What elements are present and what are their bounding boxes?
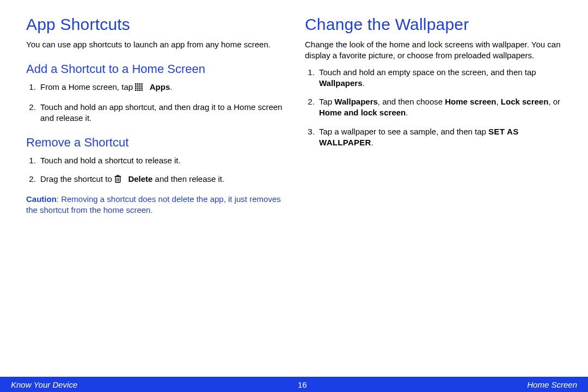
page-footer: Know Your Device 16 Home Screen [0, 377, 588, 392]
svg-rect-1 [137, 83, 139, 85]
wallpaper-step-3: Tap a wallpaper to see a sample, and the… [317, 126, 562, 149]
wallpapers-label-2: Wallpapers [334, 97, 377, 106]
caution-label: Caution [26, 194, 57, 204]
add-step-1-text-c: . [170, 82, 172, 91]
wallpaper-step-1-text-a: Touch and hold an empty space on the scr… [319, 68, 536, 77]
w2i: . [406, 108, 408, 117]
svg-rect-7 [142, 85, 143, 87]
svg-rect-2 [139, 83, 141, 85]
apps-label: Apps [150, 82, 170, 91]
svg-rect-4 [135, 85, 137, 87]
w2c: , and then choose [378, 97, 445, 106]
w2e: , [496, 97, 500, 106]
wallpaper-step-1-text-c: . [362, 78, 364, 88]
remove-step-2-text-c: and then release it. [152, 174, 224, 183]
footer-page-number: 16 [298, 380, 307, 389]
add-step-1-text-a: From a Home screen, tap [40, 82, 135, 91]
two-column-layout: App Shortcuts You can use app shortcuts … [26, 15, 562, 216]
add-step-2: Touch and hold an app shortcut, and then… [38, 102, 283, 124]
remove-step-2-text-a: Drag the shortcut to [40, 174, 114, 183]
svg-rect-16 [115, 177, 120, 183]
svg-rect-9 [137, 88, 139, 89]
wallpapers-label-1: Wallpapers [319, 78, 362, 88]
w3a: Tap a wallpaper to see a sample, and the… [319, 127, 488, 136]
svg-rect-15 [142, 90, 143, 91]
wallpaper-step-1: Touch and hold an empty space on the scr… [317, 67, 562, 89]
delete-label: Delete [128, 174, 152, 183]
w2g: , or [548, 97, 560, 106]
remove-shortcut-steps: Touch and hold a shortcut to release it.… [26, 155, 283, 186]
remove-step-1: Touch and hold a shortcut to release it. [38, 155, 283, 166]
w3c: . [371, 138, 373, 147]
heading-app-shortcuts: App Shortcuts [26, 15, 283, 34]
intro-app-shortcuts: You can use app shortcuts to launch an a… [26, 39, 283, 50]
heading-remove-shortcut: Remove a Shortcut [26, 136, 283, 150]
trash-icon [114, 175, 121, 186]
wallpaper-step-2: Tap Wallpapers, and then choose Home scr… [317, 96, 562, 119]
footer-right: Home Screen [527, 380, 577, 389]
home-and-lock-option: Home and lock screen [319, 108, 406, 117]
svg-rect-0 [135, 83, 137, 85]
svg-rect-6 [139, 85, 141, 87]
page-root: App Shortcuts You can use app shortcuts … [0, 0, 588, 392]
heading-add-shortcut: Add a Shortcut to a Home Screen [26, 62, 283, 76]
svg-rect-11 [142, 88, 143, 89]
caution-note: Caution: Removing a shortcut does not de… [26, 194, 283, 216]
heading-change-wallpaper: Change the Wallpaper [305, 15, 562, 34]
add-step-1: From a Home screen, tap Apps. [38, 82, 283, 94]
caution-text: : Removing a shortcut does not delete th… [26, 194, 281, 215]
svg-rect-8 [135, 88, 137, 89]
left-column: App Shortcuts You can use app shortcuts … [26, 15, 283, 216]
svg-rect-10 [139, 88, 141, 89]
add-shortcut-steps: From a Home screen, tap Apps. [26, 82, 283, 124]
remove-step-2: Drag the shortcut to [38, 174, 283, 186]
right-column: Change the Wallpaper Change the look of … [305, 15, 562, 216]
footer-left: Know Your Device [11, 380, 77, 389]
svg-rect-14 [139, 90, 141, 91]
apps-grid-icon [135, 83, 143, 94]
intro-change-wallpaper: Change the look of the home and lock scr… [305, 39, 562, 62]
wallpaper-steps: Touch and hold an empty space on the scr… [305, 67, 562, 149]
lock-screen-option: Lock screen [501, 97, 549, 106]
svg-rect-12 [135, 90, 137, 91]
svg-rect-13 [137, 90, 139, 91]
w2a: Tap [319, 97, 334, 106]
home-screen-option: Home screen [445, 97, 496, 106]
svg-rect-5 [137, 85, 139, 87]
svg-rect-3 [142, 83, 143, 85]
